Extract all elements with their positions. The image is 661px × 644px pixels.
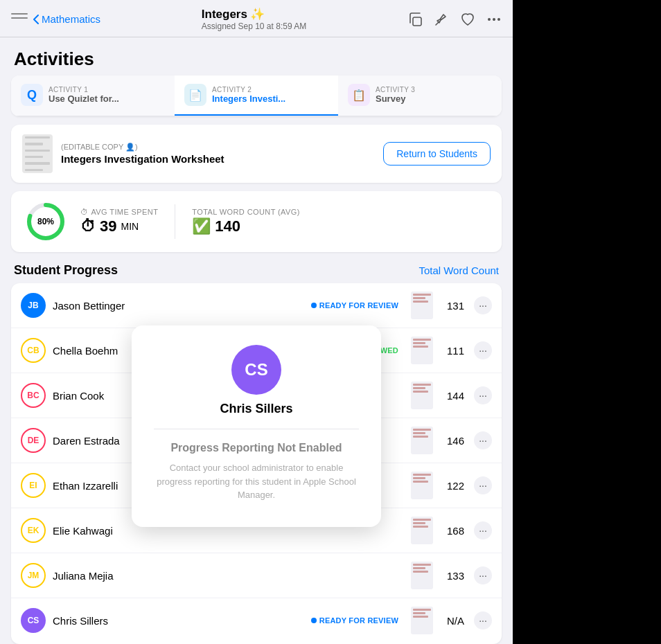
student-progress-title: Student Progress: [14, 263, 118, 278]
student-row-juliana-mejia: JM Juliana Mejia 133 ···: [11, 553, 502, 598]
avatar-jb: JB: [21, 293, 46, 318]
popup-name-cs: Chris Sillers: [220, 402, 292, 416]
chris-sillers-popup: CS Chris Sillers Progress Reporting Not …: [132, 325, 381, 527]
avatar-bc: BC: [21, 383, 46, 408]
doc-mini-ek[interactable]: [411, 517, 433, 544]
doc-mini-bc[interactable]: [411, 382, 433, 409]
stats-row: 80% ⏱ AVG TIME SPENT ⏱ 39 MIN TOTAL WORD…: [11, 191, 502, 252]
svg-point-3: [493, 18, 495, 19]
svg-point-2: [488, 18, 490, 19]
return-to-students-button[interactable]: Return to Students: [383, 142, 491, 166]
sidebar-toggle-button[interactable]: [11, 13, 28, 26]
avg-time-unit: MIN: [121, 221, 139, 232]
tab-2-number: ACTIVITY 2: [212, 86, 285, 93]
word-count-jm: 133: [440, 570, 464, 582]
doc-mini-de[interactable]: [411, 427, 433, 454]
editable-copy-label: (EDITABLE COPY 👤): [61, 143, 224, 152]
svg-line-1: [436, 21, 439, 25]
assignment-subtitle: Assigned Sep 10 at 8:59 AM: [202, 21, 306, 31]
popup-warn-body: Contact your school administrator to ena…: [154, 461, 359, 502]
black-panel: [513, 0, 661, 644]
top-bar-actions: [407, 12, 502, 27]
more-button-bc[interactable]: ···: [474, 386, 492, 404]
word-count-value: 140: [215, 217, 240, 235]
page-header: Activities: [0, 37, 513, 75]
status-badge-jb: READY FOR REVIEW: [311, 301, 398, 310]
tab-2-icon: 📄: [184, 84, 206, 106]
popup-warn-title: Progress Reporting Not Enabled: [170, 442, 342, 454]
clock-icon: ⏱: [80, 208, 88, 216]
avg-time-label: AVG TIME SPENT: [91, 208, 158, 216]
avatar-jm: JM: [21, 563, 46, 588]
avatar-ek: EK: [21, 518, 46, 543]
header-title-group: Integers ✨ Assigned Sep 10 at 8:59 AM: [202, 7, 306, 31]
doc-mini-ei[interactable]: [411, 472, 433, 499]
word-count-bc: 144: [440, 390, 464, 402]
document-row: (EDITABLE COPY 👤) Integers Investigation…: [11, 125, 502, 183]
back-button[interactable]: Mathematics: [33, 13, 100, 25]
status-dot-jb: [311, 303, 317, 308]
avatar-cs: CS: [21, 608, 46, 633]
word-count-label: TOTAL WORD COUNT (AVG): [192, 208, 299, 216]
avg-time-value: 39: [100, 217, 116, 235]
sparkle-icon: ✨: [250, 7, 265, 21]
tab-1-number: ACTIVITY 1: [49, 86, 119, 93]
student-row-chris-sillers: CS Chris Sillers READY FOR REVIEW N/A ··…: [11, 598, 502, 643]
document-title: Integers Investigation Worksheet: [61, 153, 224, 165]
student-row-jason-bettinger: JB Jason Bettinger READY FOR REVIEW 131 …: [11, 283, 502, 328]
back-label: Mathematics: [42, 13, 100, 25]
checkmark-icon: ✅: [192, 217, 211, 235]
more-button-jb[interactable]: ···: [474, 296, 492, 314]
tab-activity-2[interactable]: 📄 ACTIVITY 2 Integers Investi...: [175, 75, 338, 116]
more-button-cs[interactable]: ···: [474, 611, 492, 629]
student-name-jb: Jason Bettinger: [53, 300, 304, 312]
tab-activity-3[interactable]: 📋 ACTIVITY 3 Survey: [338, 75, 502, 116]
status-dot-cs: [311, 618, 317, 623]
pin-icon[interactable]: [434, 12, 449, 27]
copy-icon[interactable]: [407, 12, 423, 27]
avatar-cb: CB: [21, 338, 46, 363]
word-count-ek: 168: [440, 525, 464, 537]
doc-mini-cs[interactable]: [411, 607, 433, 634]
activities-title: Activities: [14, 48, 499, 70]
page-header-title: Integers: [202, 8, 247, 21]
doc-mini-jm[interactable]: [411, 562, 433, 589]
tab-1-icon: Q: [21, 84, 43, 106]
student-name-jm: Juliana Mejia: [53, 570, 222, 582]
student-name-cs: Chris Sillers: [53, 615, 304, 627]
doc-thumbnail: [22, 134, 53, 173]
word-count-ei: 122: [440, 480, 464, 492]
tab-2-name: Integers Investi...: [212, 93, 285, 104]
stat-divider: [175, 204, 175, 239]
svg-rect-0: [413, 17, 421, 26]
top-bar: Mathematics Integers ✨ Assigned Sep 10 a…: [0, 0, 513, 37]
tab-activity-1[interactable]: Q ACTIVITY 1 Use Quizlet for...: [11, 75, 175, 116]
more-button-de[interactable]: ···: [474, 431, 492, 449]
tab-3-number: ACTIVITY 3: [376, 86, 415, 93]
tab-1-name: Use Quizlet for...: [49, 93, 119, 104]
more-button-ei[interactable]: ···: [474, 476, 492, 494]
total-word-count-link[interactable]: Total Word Count: [418, 265, 499, 276]
avatar-ei: EI: [21, 473, 46, 498]
word-count-de: 146: [440, 435, 464, 447]
more-button-cb[interactable]: ···: [474, 341, 492, 359]
avatar-de: DE: [21, 428, 46, 453]
popup-avatar-cs: CS: [231, 345, 281, 395]
progress-header: Student Progress Total Word Count: [0, 260, 513, 283]
heart-icon[interactable]: [460, 12, 475, 27]
more-button-jm[interactable]: ···: [474, 566, 492, 584]
progress-percent: 80%: [37, 217, 54, 226]
tab-3-icon: 📋: [348, 84, 370, 106]
word-count-cb: 111: [440, 345, 464, 357]
tab-3-name: Survey: [376, 93, 415, 104]
word-count-stat: TOTAL WORD COUNT (AVG) ✅ 140: [192, 208, 299, 235]
svg-point-4: [498, 18, 500, 19]
progress-circle: 80%: [25, 201, 67, 242]
doc-mini-cb[interactable]: [411, 337, 433, 364]
activities-tabs: Q ACTIVITY 1 Use Quizlet for... 📄 ACTIVI…: [11, 75, 502, 116]
more-icon[interactable]: [486, 12, 502, 27]
status-badge-cs: READY FOR REVIEW: [311, 616, 398, 625]
doc-mini-jb[interactable]: [411, 292, 433, 319]
more-button-ek[interactable]: ···: [474, 521, 492, 539]
popup-divider: [154, 429, 359, 429]
